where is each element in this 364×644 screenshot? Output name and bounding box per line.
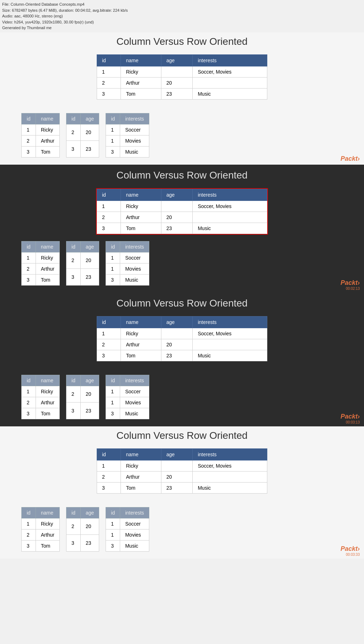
section-4: Column Versus Row Oriented id name age i… xyxy=(0,426,364,559)
sub-table-3b: idage 220 323 xyxy=(66,375,99,419)
table-row: 3Tom xyxy=(22,146,60,157)
packt-logo-3: Packt› 00:03:13 xyxy=(341,413,360,424)
table-row: 3Tom23Music xyxy=(97,482,267,493)
section-4-title: Column Versus Row Oriented xyxy=(0,430,364,441)
table-row: 1RickySoccer, Movies xyxy=(97,460,267,471)
table-row: 3Music xyxy=(106,408,149,419)
table-row: 1Soccer xyxy=(106,518,149,529)
sub-table-1c: idinterests 1Soccer 1Movies 3Music xyxy=(106,113,149,158)
main-table-wrapper-3: id name age interests 1RickySoccer, Movi… xyxy=(0,316,364,368)
table-row: 323 xyxy=(66,269,99,286)
file-info: File: Column-Oriented Database Concepts.… xyxy=(0,0,364,32)
table-row: 3Music xyxy=(106,146,149,157)
table-row: 2Arthur xyxy=(22,529,60,540)
table-row: 1Movies xyxy=(106,263,149,274)
sub-table-2a: idname 1Ricky 2Arthur 3Tom xyxy=(21,241,60,286)
table-row: 220 xyxy=(66,124,99,141)
table-row: 2Arthur20 xyxy=(97,339,267,350)
file-info-line2: Size: 6782487 bytes (6.47 MiB), duration… xyxy=(2,7,362,14)
table-row: 1Ricky xyxy=(22,124,60,135)
main-table-wrapper-4: id name age interests 1RickySoccer, Movi… xyxy=(0,448,364,501)
main-table-wrapper-2: id name age interests 1RickySoccer, Movi… xyxy=(0,188,364,235)
main-table-2: id name age interests 1RickySoccer, Movi… xyxy=(97,189,267,234)
main-table-1-header-age: age xyxy=(161,54,193,66)
section-1-title: Column Versus Row Oriented xyxy=(0,36,364,47)
table-row: 1RickySoccer, Movies xyxy=(97,328,267,339)
table-row: 3Tom23Music xyxy=(97,88,267,99)
table-row: 1Ricky xyxy=(22,386,60,397)
main-table-1-header-interests: interests xyxy=(193,54,267,66)
main-table-4: id name age interests 1RickySoccer, Movi… xyxy=(97,448,267,494)
table-row: 2Arthur xyxy=(22,263,60,274)
table-row: 3Tom23Music xyxy=(97,223,267,234)
table-row: 3Music xyxy=(106,540,149,551)
sub-tables-row-1: idname 1Ricky 2Arthur 3Tom idage 220 323… xyxy=(0,113,364,158)
table-row: 2Arthur20 xyxy=(97,212,267,223)
sub-table-3c: idinterests 1Soccer 1Movies 3Music xyxy=(106,375,149,419)
sub-table-2b: idage 220 323 xyxy=(66,241,99,286)
main-table-wrapper-1: id name age interests 1RickySoccer, Movi… xyxy=(0,54,364,107)
file-info-line1: File: Column-Oriented Database Concepts.… xyxy=(2,1,362,7)
packt-logo-2: Packt› 00:02:13 xyxy=(341,279,360,291)
sub-table-2c: idinterests 1Soccer 1Movies 3Music xyxy=(106,241,149,286)
sub-table-1b: idage 220 323 xyxy=(66,113,99,158)
table-row: 1Soccer xyxy=(106,124,149,135)
table-row: 1RickySoccer, Movies xyxy=(97,66,267,77)
section-1: Column Versus Row Oriented id name age i… xyxy=(0,32,364,165)
sub-tables-row-2: idname 1Ricky 2Arthur 3Tom idage 220 323… xyxy=(0,241,364,286)
table-row: 3Music xyxy=(106,274,149,285)
section-3: Column Versus Row Oriented id name age i… xyxy=(0,293,364,426)
file-info-line3: Audio: aac, 48000 Hz, stereo (eng) xyxy=(2,13,362,19)
main-table-1: id name age interests 1RickySoccer, Movi… xyxy=(97,54,267,100)
table-row: 3Tom xyxy=(22,540,60,551)
sub-tables-row-3: idname 1Ricky 2Arthur 3Tom idage 220 323… xyxy=(0,375,364,419)
sub-table-4c: idinterests 1Soccer 1Movies 3Music xyxy=(106,507,149,552)
table-row: 1Ricky xyxy=(22,518,60,529)
table-row: 323 xyxy=(66,141,99,158)
section-2-title: Column Versus Row Oriented xyxy=(0,170,364,181)
highlighted-table-wrapper: id name age interests 1RickySoccer, Movi… xyxy=(96,188,268,235)
main-table-3: id name age interests 1RickySoccer, Movi… xyxy=(97,316,267,361)
sub-table-3a: idname 1Ricky 2Arthur 3Tom xyxy=(21,375,60,419)
table-row: 1Movies xyxy=(106,529,149,540)
section-3-title: Column Versus Row Oriented xyxy=(0,298,364,309)
file-info-line5: Generated by Thumbnail me xyxy=(2,25,362,31)
table-row: 3Tom23Music xyxy=(97,350,267,361)
table-row: 3Tom xyxy=(22,274,60,285)
table-row: 1Ricky xyxy=(22,252,60,263)
sub-tables-row-4: idname 1Ricky 2Arthur 3Tom idage 220 323… xyxy=(0,507,364,552)
file-info-line4: Video: h264, yuv420p, 1920x1080, 30.00 f… xyxy=(2,19,362,25)
sub-table-1a: idname 1Ricky 2Arthur 3Tom xyxy=(21,113,60,158)
table-row: 323 xyxy=(66,403,99,419)
packt-logo-1: Packt› xyxy=(341,155,360,163)
section-2: Column Versus Row Oriented id name age i… xyxy=(0,165,364,293)
main-table-1-header-id: id xyxy=(97,54,121,66)
table-row: 1RickySoccer, Movies xyxy=(97,201,267,212)
table-row: 220 xyxy=(66,252,99,269)
main-table-1-header-name: name xyxy=(121,54,161,66)
sub-table-4b: idage 220 323 xyxy=(66,507,99,552)
table-row: 220 xyxy=(66,518,99,535)
table-row: 1Movies xyxy=(106,135,149,146)
table-row: 2Arthur xyxy=(22,135,60,146)
table-row: 2Arthur20 xyxy=(97,77,267,88)
packt-logo-4: Packt› 00:03:33 xyxy=(341,545,360,557)
sub-table-4a: idname 1Ricky 2Arthur 3Tom xyxy=(21,507,60,552)
table-row: 1Movies xyxy=(106,397,149,408)
table-row: 3Tom xyxy=(22,408,60,419)
table-row: 323 xyxy=(66,535,99,552)
table-row: 2Arthur20 xyxy=(97,471,267,482)
table-row: 1Soccer xyxy=(106,386,149,397)
table-row: 2Arthur xyxy=(22,397,60,408)
table-row: 1Soccer xyxy=(106,252,149,263)
table-row: 220 xyxy=(66,386,99,403)
